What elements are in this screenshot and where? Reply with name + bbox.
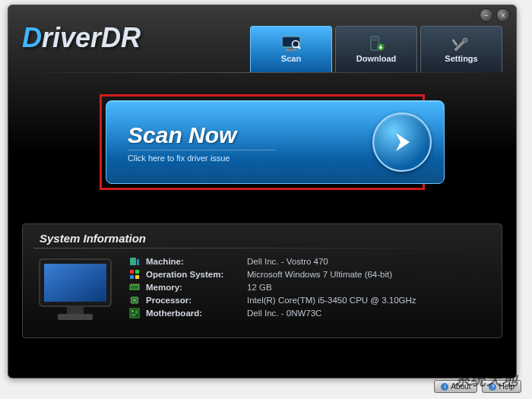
svg-rect-10: [451, 39, 458, 46]
system-info-title: System Information: [40, 232, 491, 245]
header: DriverDR Scan Download Settings: [8, 5, 516, 72]
svg-rect-15: [130, 258, 136, 265]
svg-rect-35: [131, 314, 135, 316]
info-row-motherboard: Motherboard: Dell Inc. - 0NW73C: [129, 306, 491, 319]
scan-now-button[interactable]: Scan Now Click here to fix driver issue: [106, 100, 445, 184]
svg-rect-1: [283, 38, 299, 46]
tab-download[interactable]: Download: [335, 26, 417, 72]
machine-icon: [129, 256, 140, 267]
logo-letter: D: [22, 22, 42, 53]
svg-rect-33: [131, 310, 134, 312]
system-info-body: Machine: Dell Inc. - Vostro 470 Operatio…: [33, 255, 491, 327]
svg-rect-13: [67, 306, 84, 314]
svg-rect-12: [44, 264, 106, 302]
tab-scan[interactable]: Scan: [250, 26, 332, 72]
cpu-icon: [129, 295, 140, 306]
svg-rect-18: [135, 270, 139, 274]
app-window: − × DriverDR Scan Download: [8, 5, 517, 378]
close-button[interactable]: ×: [496, 8, 510, 22]
info-row-os: Operation System: Microsoft Windows 7 Ul…: [129, 268, 491, 280]
main-area: Scan Now Click here to fix driver issue: [8, 73, 516, 204]
info-label: Motherboard:: [146, 309, 241, 318]
monitor-scan-icon: [280, 36, 302, 52]
info-row-machine: Machine: Dell Inc. - Vostro 470: [129, 255, 491, 268]
info-table: Machine: Dell Inc. - Vostro 470 Operatio…: [129, 255, 491, 327]
tab-label: Settings: [445, 54, 477, 63]
system-info-panel: System Information Machine: Dell Inc. - …: [22, 223, 502, 338]
info-value: Microsoft Windows 7 Ultimate (64-bit): [247, 270, 392, 279]
svg-rect-14: [58, 314, 93, 320]
svg-rect-34: [135, 310, 138, 314]
info-value: 12 GB: [247, 283, 272, 292]
monitor-icon: [33, 255, 117, 327]
svg-rect-2: [288, 48, 294, 49]
info-label: Processor:: [146, 296, 241, 305]
svg-rect-16: [137, 259, 139, 265]
scan-subtitle: Click here to fix driver issue: [128, 150, 276, 163]
info-value: Dell Inc. - 0NW73C: [247, 309, 321, 318]
svg-rect-17: [130, 270, 134, 274]
svg-rect-20: [135, 275, 139, 279]
motherboard-icon: [129, 308, 140, 318]
tab-bar: Scan Download Settings: [250, 26, 502, 72]
tab-label: Download: [356, 54, 397, 63]
svg-rect-3: [286, 49, 296, 51]
svg-rect-32: [130, 309, 139, 318]
window-controls: − ×: [480, 8, 510, 22]
play-arrow-icon: [372, 112, 432, 172]
settings-icon: [451, 36, 472, 52]
tab-label: Scan: [281, 54, 301, 63]
app-logo: DriverDR: [22, 22, 141, 54]
info-label: Operation System:: [146, 270, 241, 279]
scan-text-block: Scan Now Click here to fix driver issue: [128, 122, 372, 163]
divider: [33, 248, 491, 249]
tab-settings[interactable]: Settings: [420, 26, 502, 72]
info-row-memory: Memory: 12 GB: [129, 280, 491, 293]
svg-rect-21: [130, 285, 139, 290]
info-label: Memory:: [146, 283, 241, 292]
svg-rect-7: [372, 38, 377, 41]
info-value: Dell Inc. - Vostro 470: [247, 257, 328, 266]
scan-title: Scan Now: [128, 122, 372, 148]
minimize-button[interactable]: −: [480, 8, 493, 22]
download-icon: [366, 36, 387, 52]
svg-rect-27: [133, 299, 136, 302]
scan-highlight-frame: Scan Now Click here to fix driver issue: [100, 94, 425, 190]
info-row-processor: Processor: Intel(R) Core(TM) i5-3450 CPU…: [129, 293, 491, 306]
info-label: Machine:: [146, 257, 241, 266]
info-icon: i: [441, 383, 448, 391]
help-label: Help: [499, 382, 515, 391]
help-button[interactable]: ? Help: [482, 380, 521, 393]
svg-point-9: [463, 38, 467, 43]
logo-rest: riverDR: [42, 22, 141, 53]
footer-buttons: i About ? Help: [434, 380, 521, 393]
memory-icon: [129, 282, 140, 293]
about-button[interactable]: i About: [434, 380, 477, 393]
svg-rect-19: [130, 275, 134, 279]
info-value: Intel(R) Core(TM) i5-3450 CPU @ 3.10GHz: [247, 296, 416, 305]
os-icon: [129, 269, 140, 280]
help-icon: ?: [489, 383, 496, 391]
about-label: About: [451, 382, 470, 391]
